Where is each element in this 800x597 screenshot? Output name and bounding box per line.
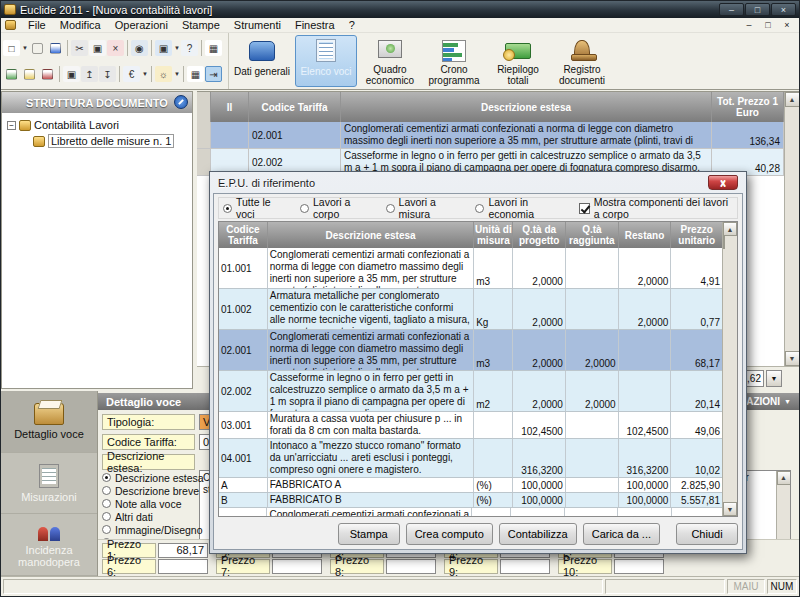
document-icon[interactable] — [5, 20, 16, 30]
tree-node[interactable]: Libretto delle misure n. 1 — [4, 133, 190, 149]
toolbar-button-crono-programma[interactable]: Crono programma — [423, 35, 485, 87]
show-components-checkbox[interactable]: Mostra componenti dei lavori a corpo — [579, 196, 733, 220]
prezzo-input[interactable] — [386, 559, 436, 574]
view-radio-immagine-disegno[interactable]: Immagine/Disegno — [102, 524, 204, 535]
scroll-up-icon[interactable]: ▲ — [777, 471, 791, 485]
copy-item-icon[interactable]: ▣ — [89, 40, 106, 56]
find-binoculars-icon[interactable]: ◉ — [131, 40, 148, 56]
scroll-up-icon[interactable]: ▲ — [785, 92, 800, 107]
columns-chart-icon[interactable]: ▦ — [205, 40, 222, 56]
toolbar-button-elenco-voci[interactable]: Elenco voci — [295, 35, 357, 87]
filter-radio-lavori-a-corpo[interactable]: Lavori a corpo — [300, 196, 366, 220]
tree-node-label[interactable]: Libretto delle misure n. 1 — [48, 134, 174, 148]
scrollbar-thumb[interactable] — [723, 235, 725, 249]
restore-button[interactable]: □ — [745, 3, 770, 16]
tree-node[interactable]: −Contabilità Lavori — [4, 117, 190, 133]
dialog-table-row[interactable]: 01.001Conglomerati cementizi armati conf… — [219, 248, 722, 289]
book-yellow-icon[interactable] — [21, 66, 38, 82]
chevron-down-icon[interactable]: ▼ — [22, 45, 28, 51]
save-icon[interactable] — [47, 40, 64, 56]
view-radio-note-alla-voce[interactable]: Note alla voce — [102, 498, 204, 509]
dialog-column-header[interactable]: Codice Tariffa — [219, 222, 268, 248]
dialog-title-bar[interactable]: E.P.U. di riferimento x — [213, 172, 743, 193]
import-up-icon[interactable]: ↥ — [81, 66, 98, 82]
dialog-column-header[interactable]: Descrizione estesa — [268, 222, 475, 248]
filter-radio-lavori-in-economia[interactable]: Lavori in economia — [475, 196, 558, 220]
scroll-up-icon[interactable]: ▲ — [723, 222, 737, 236]
dialog-table-row[interactable]: 02.001Conglomerati cementizi armati conf… — [219, 330, 722, 371]
tree-expander-icon[interactable]: − — [7, 121, 16, 130]
dialog-table-row[interactable]: AFABBRICATO A(%)100,0000100,00002.825,90 — [219, 478, 722, 493]
nav-item-dettaglio-voce[interactable]: Dettaglio voce — [1, 391, 97, 453]
dialog-column-header[interactable]: Prezzo unitario — [671, 222, 722, 248]
toolbar-button-quadro-economico[interactable]: Quadro economico — [359, 35, 421, 87]
nav-item-incidenza-manodopera[interactable]: Incidenza manodopera — [1, 514, 97, 576]
row-selector[interactable] — [197, 122, 211, 148]
prezzo-input[interactable]: 68,17 — [158, 543, 208, 558]
tips-lamp-icon[interactable]: ☼ — [155, 66, 172, 82]
dialog-table-row[interactable]: B.A.102Conglomerati cementizi armati con… — [219, 508, 722, 516]
carica-da-button[interactable]: Carica da ... — [583, 523, 660, 545]
grid-total-dropdown[interactable]: ▼ — [766, 370, 782, 387]
scroll-down-icon[interactable]: ▼ — [723, 502, 737, 516]
minimize-button[interactable]: – — [719, 3, 744, 16]
grid-column-header[interactable]: Il — [211, 92, 249, 122]
window-cascade-icon[interactable]: ▣ — [155, 40, 172, 56]
dialog-table-row[interactable]: 01.002Armatura metalliche per conglomera… — [219, 289, 722, 330]
toolbar-button-riepilogo-totali[interactable]: Riepilogo totali — [487, 35, 549, 87]
dialog-column-header[interactable]: Q.tà raggiunta — [566, 222, 619, 248]
exit-door-icon[interactable]: ⇥ — [205, 66, 222, 82]
mdi-minimize-button[interactable]: – — [741, 19, 757, 31]
menu-item-modifica[interactable]: Modifica — [53, 18, 108, 32]
dialog-table-row[interactable]: 04.001Intonaco a "mezzo stucco romano" f… — [219, 439, 722, 478]
menu-item-operazioni[interactable]: Operazioni — [108, 18, 175, 32]
mdi-close-button[interactable]: × — [779, 19, 795, 31]
prezzo-input[interactable] — [158, 559, 208, 574]
view-radio-descrizione-estesa[interactable]: Descrizione estesa — [102, 472, 204, 483]
menu-item-stampe[interactable]: Stampe — [175, 18, 227, 32]
grid-column-header[interactable]: Descrizione estesa — [341, 92, 712, 122]
prezzo-input[interactable] — [500, 559, 550, 574]
copy-pages-icon[interactable]: ▣ — [63, 66, 80, 82]
prezzo-input[interactable] — [614, 559, 664, 574]
grid-column-header[interactable]: Codice Tariffa — [249, 92, 341, 122]
scroll-down-icon[interactable]: ▼ — [785, 351, 800, 366]
nav-item-misurazioni[interactable]: Misurazioni — [1, 453, 97, 515]
menu-item-file[interactable]: File — [21, 18, 53, 32]
crea-computo-button[interactable]: Crea computo — [406, 523, 493, 545]
chevron-down-icon[interactable]: ▼ — [142, 71, 148, 77]
currency-euro-icon[interactable]: € — [123, 66, 140, 82]
prezzo-input[interactable] — [272, 559, 322, 574]
table-row[interactable]: 02.001Conglomerati cementizi armati conf… — [197, 122, 784, 149]
dialog-close-button[interactable]: x — [708, 175, 738, 190]
dialog-table-scrollbar[interactable]: ▲ ▼ — [722, 222, 737, 516]
toolbar-button-registro-documenti[interactable]: Registro documenti — [551, 35, 613, 87]
cut-item-icon[interactable]: ✂ — [71, 40, 88, 56]
grid-view-icon[interactable]: ▦ — [187, 66, 204, 82]
filter-radio-tutte-le-voci[interactable]: Tutte le voci — [223, 196, 280, 220]
chiudi-button[interactable]: Chiudi — [676, 523, 738, 545]
pin-icon[interactable] — [174, 95, 188, 109]
menu-item-?[interactable]: ? — [342, 18, 362, 32]
mdi-restore-button[interactable]: □ — [760, 19, 776, 31]
stampa-button[interactable]: Stampa — [338, 523, 400, 545]
chevron-down-icon[interactable]: ▼ — [174, 71, 180, 77]
dialog-column-header[interactable]: Q.tà da progetto — [513, 222, 566, 248]
delete-item-icon[interactable]: × — [107, 40, 124, 56]
dialog-table-row[interactable]: BFABBRICATO B(%)100,0000100,00005.557,81 — [219, 493, 722, 508]
menu-item-strumenti[interactable]: Strumenti — [227, 18, 288, 32]
open-file-icon[interactable] — [29, 40, 46, 56]
dialog-table-row[interactable]: 02.002Casseforme in legno o in ferro per… — [219, 371, 722, 412]
book-green-icon[interactable] — [3, 66, 20, 82]
contabilizza-button[interactable]: Contabilizza — [499, 523, 577, 545]
view-radio-altri-dati[interactable]: Altri dati — [102, 511, 204, 522]
toolbar-button-dati-generali[interactable]: Dati generali — [231, 35, 293, 87]
dialog-table-row[interactable]: 03.001Muratura a cassa vuota per chiusur… — [219, 412, 722, 439]
help-icon[interactable]: ? — [181, 40, 198, 56]
export-down-icon[interactable]: ↧ — [99, 66, 116, 82]
close-button[interactable]: × — [771, 3, 796, 16]
menu-item-finestra[interactable]: Finestra — [288, 18, 342, 32]
filter-radio-lavori-a-misura[interactable]: Lavori a misura — [386, 196, 456, 220]
grid-column-header[interactable]: Tot. Prezzo 1 Euro — [712, 92, 784, 122]
view-radio-descrizione-breve[interactable]: Descrizione breve — [102, 485, 204, 496]
